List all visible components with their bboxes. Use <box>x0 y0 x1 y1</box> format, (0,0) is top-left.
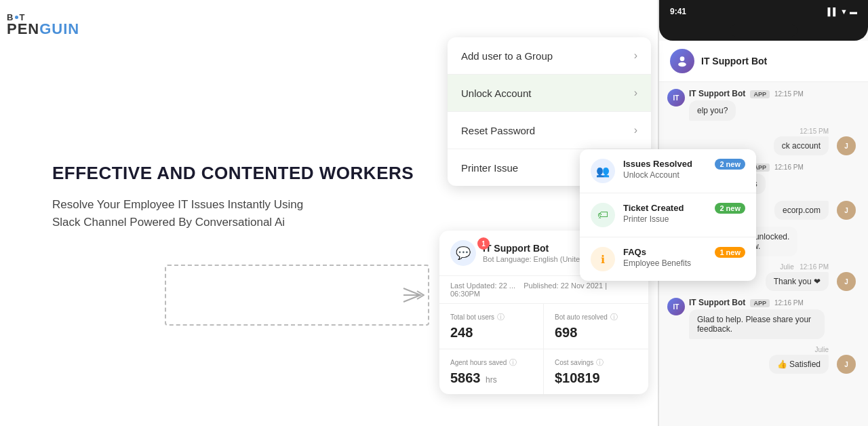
chevron-icon-0: › <box>634 50 637 62</box>
stat-value-2: 5863 hrs <box>450 370 532 386</box>
time-1: 12:15 PM <box>774 90 804 98</box>
notif-item-0[interactable]: 👥 Issues Resolved Unlock Account 2 new <box>580 149 756 193</box>
stat-label-2: Agent hours saved ⓘ <box>450 357 532 368</box>
stat-value-0: 248 <box>450 325 532 341</box>
bot-avatar-glad: IT <box>667 298 685 315</box>
status-icons: ▌▌ ▼ ▬ <box>827 7 857 16</box>
chat-bubble-bot-1: elp you? <box>689 100 736 121</box>
slack-menu-item-0[interactable]: Add user to a Group › <box>448 37 651 75</box>
stat-label-3: Cost savings ⓘ <box>555 357 637 368</box>
slack-menu-item-1[interactable]: Unlock Account › <box>448 75 651 112</box>
notif-badge-1: 2 new <box>715 203 745 214</box>
user-avatar-2: J <box>837 201 856 220</box>
notif-badge-0: 2 new <box>715 159 745 170</box>
user-avatar-satisfied: J <box>837 355 856 374</box>
notif-title-1: Ticket Created <box>623 203 709 213</box>
chat-bubble-glad: Glad to help. Please share your feedback… <box>689 309 825 339</box>
app-badge-1: APP <box>750 90 770 98</box>
notif-right-2: 1 new <box>709 247 745 258</box>
user-bubble-thanks: Thank you ❤ <box>766 272 829 291</box>
phone-header-title: IT Support Bot <box>701 56 767 66</box>
notif-sub-0: Unlock Account <box>623 170 709 180</box>
logo-guin: GUIN <box>39 20 79 37</box>
info-icon-2: ⓘ <box>509 357 517 368</box>
phone-header: IT Support Bot <box>659 41 868 82</box>
time-user-1: 12:15 PM <box>774 128 829 135</box>
slack-menu-label-1: Unlock Account <box>461 88 531 99</box>
sub-text: Resolve Your Employee IT Issues Instantl… <box>52 196 459 231</box>
bot-card-badge: 1 <box>477 237 490 250</box>
published-label: Published: <box>524 282 558 290</box>
julie-label-2: Julie <box>769 346 829 353</box>
bot-name-1: IT Support Bot <box>689 89 745 98</box>
chevron-icon-1: › <box>634 87 637 99</box>
logo-dot <box>15 16 18 19</box>
phone-notch-inner <box>730 24 797 37</box>
left-content: EFFECTIVE AND CONTENTED WORKERS Resolve … <box>52 163 459 231</box>
notif-icon-0: 👥 <box>591 159 615 183</box>
time-glad: 12:16 PM <box>774 299 804 307</box>
user-bubble-1: ck account <box>774 136 829 155</box>
svg-point-2 <box>678 62 686 67</box>
notif-item-1[interactable]: 🏷 Ticket Created Printer Issue 2 new <box>580 193 756 237</box>
dashed-box <box>165 265 429 326</box>
user-bubble-satisfied: 👍 Satisfied <box>769 355 829 374</box>
user-avatar-1: J <box>837 136 856 155</box>
slack-menu-label-0: Add user to a Group <box>461 50 553 62</box>
chat-msg-bot-glad: IT IT Support Bot APP 12:16 PM Glad to h… <box>667 298 860 339</box>
notif-right-1: 2 new <box>709 203 745 214</box>
time-2: 12:16 PM <box>774 163 804 171</box>
logo: BT PENGUIN <box>7 13 79 37</box>
notif-content-2: FAQs Employee Benefits <box>623 247 709 268</box>
chat-msg-bot-1: IT IT Support Bot APP 12:15 PM elp you? <box>667 89 860 121</box>
notif-dropdown: 👥 Issues Resolved Unlock Account 2 new 🏷… <box>580 149 756 281</box>
info-icon-0: ⓘ <box>497 312 505 322</box>
notif-icon-1: 🏷 <box>591 203 615 227</box>
svg-point-1 <box>680 56 685 61</box>
stat-cell-2: Agent hours saved ⓘ 5863 hrs <box>439 349 544 394</box>
status-bar: 9:41 ▌▌ ▼ ▬ <box>659 7 868 16</box>
last-updated-label: Last Updated: <box>450 282 497 290</box>
notif-content-1: Ticket Created Printer Issue <box>623 203 709 224</box>
stat-value-1: 698 <box>555 325 637 341</box>
bot-card-icon: 💬 <box>450 240 476 266</box>
notif-content-0: Issues Resolved Unlock Account <box>623 159 709 180</box>
user-bubble-2: ecorp.com <box>774 201 829 220</box>
notif-right-0: 2 new <box>709 159 745 170</box>
bot-avatar-1: IT <box>667 89 685 106</box>
bot-name-glad: IT Support Bot <box>689 298 745 307</box>
notif-title-2: FAQs <box>623 247 709 257</box>
stat-label-0: Total bot users ⓘ <box>450 312 532 322</box>
sub-line1: Resolve Your Employee IT Issues Instantl… <box>52 198 303 211</box>
stat-unit-2: hrs <box>486 375 497 385</box>
notif-title-0: Issues Resolved <box>623 159 709 169</box>
notif-sub-2: Employee Benefits <box>623 258 709 268</box>
sub-line2: Slack Channel Powered By Conversational … <box>52 216 285 229</box>
stat-label-1: Bot auto resolved ⓘ <box>555 312 637 322</box>
phone-header-avatar <box>670 49 694 73</box>
stat-cell-1: Bot auto resolved ⓘ 698 <box>544 304 648 349</box>
phone-notch: 9:41 ▌▌ ▼ ▬ <box>659 0 868 41</box>
julie-label-1: Julie 12:16 PM <box>766 263 829 271</box>
logo-bottom: PENGUIN <box>7 22 79 37</box>
notif-sub-1: Printer Issue <box>623 214 709 224</box>
slack-menu-label-3: Printer Issue <box>461 162 518 174</box>
arrow-right-icon <box>400 282 427 309</box>
chat-msg-user-satisfied: Julie 👍 Satisfied J <box>667 346 860 374</box>
notif-icon-2: ℹ <box>591 247 615 271</box>
app-badge-glad: APP <box>750 299 770 307</box>
last-updated-value: 22 ... <box>499 282 515 290</box>
chevron-icon-2: › <box>634 124 637 136</box>
notif-item-2[interactable]: ℹ FAQs Employee Benefits 1 new <box>580 237 756 281</box>
user-avatar-thanks: J <box>837 272 856 291</box>
chat-header-bot-glad: IT Support Bot APP 12:16 PM <box>689 298 825 307</box>
slack-menu-item-2[interactable]: Reset Password › <box>448 112 651 149</box>
notif-badge-2: 1 new <box>715 247 745 258</box>
info-icon-3: ⓘ <box>596 357 604 368</box>
stats-grid: Total bot users ⓘ 248 Bot auto resolved … <box>439 304 648 394</box>
stat-cell-3: Cost savings ⓘ $10819 <box>544 349 648 394</box>
stat-cell-0: Total bot users ⓘ 248 <box>439 304 544 349</box>
chat-header-bot-1: IT Support Bot APP 12:15 PM <box>689 89 804 98</box>
main-heading: EFFECTIVE AND CONTENTED WORKERS <box>52 163 459 184</box>
slack-menu-label-2: Reset Password <box>461 125 535 136</box>
